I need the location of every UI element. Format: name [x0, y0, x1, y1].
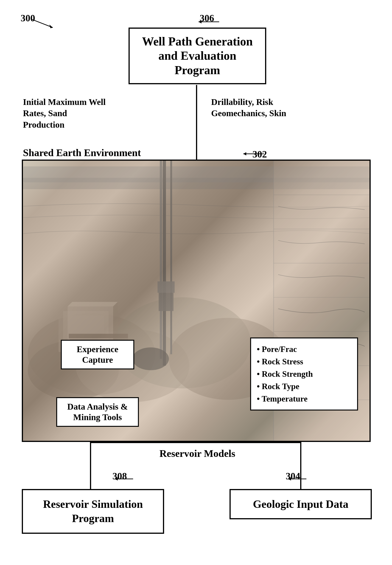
svg-point-34	[132, 347, 169, 370]
pore-frac-item-5: • Temperature	[257, 393, 351, 405]
svg-line-0	[32, 19, 53, 28]
shared-earth-label: Shared Earth Environment	[23, 147, 141, 159]
initial-max-label: Initial Maximum Well Rates, Sand Product…	[23, 97, 110, 130]
reservoir-sim-title: Reservoir Simulation Program	[43, 498, 143, 524]
svg-marker-5	[243, 152, 246, 155]
diagram-container: 300 306 Well Path Generation and Evaluat…	[0, 0, 392, 565]
ref306-arrow	[197, 18, 225, 28]
pore-frac-box: • Pore/Frac • Rock Stress • Rock Strengt…	[250, 338, 358, 410]
experience-capture-label: Experience Capture	[77, 344, 118, 365]
reservoir-sim-box: Reservoir Simulation Program	[22, 489, 164, 534]
ref308-arrow	[112, 475, 135, 484]
left-connect-line	[90, 442, 91, 490]
pore-frac-item-3: • Rock Strength	[257, 368, 351, 380]
well-path-title: Well Path Generation and Evaluation Prog…	[142, 35, 253, 77]
pore-frac-item-1: • Pore/Frac	[257, 343, 351, 355]
svg-rect-25	[159, 293, 173, 311]
ref304-arrow	[286, 475, 309, 484]
svg-marker-39	[288, 477, 291, 480]
experience-capture-box: Experience Capture	[61, 340, 134, 369]
pore-frac-item-4: • Rock Type	[257, 380, 351, 393]
data-analysis-box: Data Analysis & Mining Tools	[56, 397, 139, 427]
shared-earth-box: Experience Capture • Pore/Frac • Rock St…	[22, 160, 371, 442]
geologic-title: Geologic Input Data	[253, 498, 348, 510]
reservoir-models-label: Reservoir Models	[128, 448, 266, 459]
svg-marker-16	[68, 302, 118, 307]
svg-marker-3	[198, 20, 201, 23]
svg-rect-24	[157, 282, 174, 293]
data-analysis-label: Data Analysis & Mining Tools	[67, 402, 128, 422]
vert-line-main	[196, 85, 197, 161]
well-path-box: Well Path Generation and Evaluation Prog…	[128, 28, 266, 84]
pore-frac-item-2: • Rock Stress	[257, 355, 351, 368]
drillability-label: Drillability, Risk Geomechanics, Skin	[211, 97, 303, 119]
ref302-arrow	[239, 149, 266, 158]
ref300-arrow	[32, 15, 62, 33]
horiz-bottom-line	[90, 442, 301, 443]
geologic-input-box: Geologic Input Data	[229, 489, 372, 519]
svg-rect-18	[69, 334, 128, 339]
svg-marker-37	[115, 477, 118, 480]
